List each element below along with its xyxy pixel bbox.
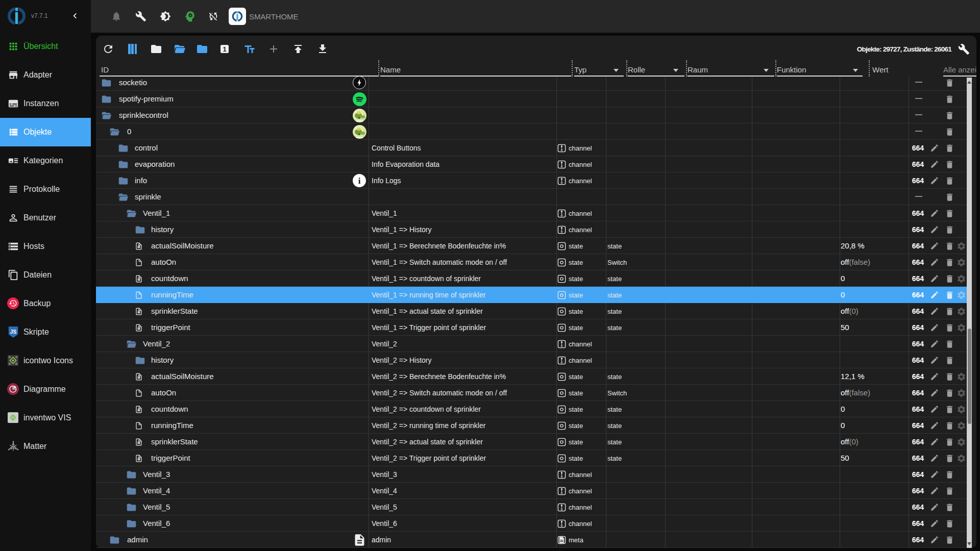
svg-text:JS: JS (10, 329, 17, 335)
